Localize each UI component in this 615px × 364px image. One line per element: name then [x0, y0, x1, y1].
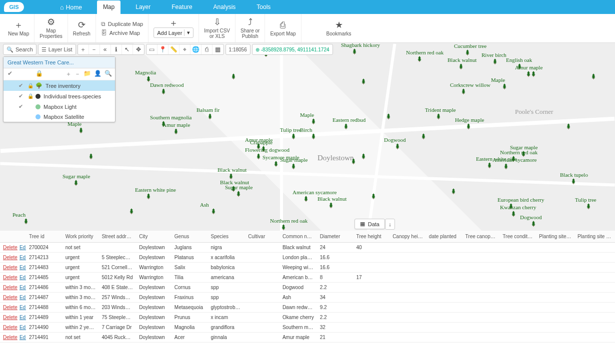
tree-marker[interactable]: [530, 220, 537, 228]
data-download-button[interactable]: ↓: [385, 219, 395, 230]
duplicate-map-button[interactable]: ⧉Duplicate Map: [101, 20, 143, 27]
pointer-tool-button[interactable]: ↖: [122, 44, 133, 54]
column-header[interactable]: Tree canopy conc: [462, 231, 500, 243]
table-row[interactable]: DeleteEdit2714483urgent521 Cornell DrWar…: [0, 263, 615, 273]
tree-marker[interactable]: [235, 190, 242, 198]
tree-marker[interactable]: [530, 70, 537, 78]
tree-marker[interactable]: [565, 123, 572, 131]
tree-marker[interactable]: [206, 113, 214, 121]
column-header[interactable]: Planting site sidewalk da: [574, 231, 615, 243]
tree-marker[interactable]: [510, 210, 517, 218]
edit-link[interactable]: Edit: [20, 305, 26, 310]
tree-marker[interactable]: [460, 88, 467, 96]
tree-marker[interactable]: [370, 193, 377, 201]
tree-marker[interactable]: [230, 73, 237, 81]
tree-marker[interactable]: [385, 113, 392, 121]
table-row[interactable]: DeleteEdit2714486within 3 months408 E St…: [0, 283, 615, 293]
tree-marker[interactable]: [590, 73, 597, 81]
tree-marker[interactable]: [272, 160, 280, 168]
tree-marker[interactable]: [458, 63, 464, 71]
table-row[interactable]: DeleteEdit2714490within 2 years7 Carriag…: [0, 323, 615, 333]
import-csv-button[interactable]: ⇩ Import CSV or XLS: [199, 14, 236, 42]
check-icon[interactable]: ✔: [18, 93, 24, 99]
tree-marker[interactable]: [290, 163, 297, 171]
lock-icon[interactable]: 🔒: [36, 70, 43, 78]
tree-marker[interactable]: [360, 153, 367, 161]
column-header[interactable]: Canopy height: [390, 231, 426, 243]
tree-marker[interactable]: [72, 179, 80, 187]
delete-link[interactable]: Delete: [3, 295, 18, 300]
tree-marker[interactable]: [172, 128, 180, 136]
delete-link[interactable]: Delete: [3, 325, 18, 330]
table-row[interactable]: DeleteEdit2714489within 1 year75 Steeple…: [0, 313, 615, 323]
column-header[interactable]: Cultivar: [245, 231, 280, 243]
column-header[interactable]: Diameter: [317, 231, 354, 243]
delete-link[interactable]: Delete: [3, 285, 18, 290]
add-layer-dropdown[interactable]: Add Layer▾: [154, 27, 194, 38]
tree-marker[interactable]: [78, 127, 84, 135]
zoom-to-layer-icon[interactable]: 🔍: [104, 70, 112, 78]
column-header[interactable]: date planted: [426, 231, 462, 243]
column-header[interactable]: Tree condition: [500, 231, 536, 243]
table-row[interactable]: DeleteEdit2714485urgent5012 Kelly RdWarr…: [0, 273, 615, 283]
layer-row[interactable]: Mapbox Satellite: [4, 112, 115, 122]
remove-layer-icon[interactable]: －: [74, 70, 80, 78]
pan-tool-button[interactable]: ✥: [133, 44, 144, 54]
tree-marker[interactable]: [435, 113, 442, 121]
tree-marker[interactable]: [255, 153, 262, 161]
layer-row[interactable]: ✔🔒Individual trees-species: [4, 91, 115, 101]
column-header[interactable]: Planting site pow: [536, 231, 574, 243]
nav-layer[interactable]: Layer: [130, 0, 156, 14]
table-row[interactable]: DeleteEdit2714487within 3 months257 Wind…: [0, 293, 615, 303]
tree-marker[interactable]: [486, 162, 493, 170]
layer-row[interactable]: ✔🔒🌳Tree inventory: [4, 80, 115, 91]
tree-marker[interactable]: [88, 153, 94, 161]
refresh-button[interactable]: ⟳ Refresh: [68, 14, 96, 42]
tree-marker[interactable]: [342, 123, 350, 131]
globe-button[interactable]: 🌐: [190, 44, 202, 54]
app-logo[interactable]: GIS: [4, 2, 24, 12]
column-header[interactable]: Work priority: [62, 231, 99, 243]
folder-icon[interactable]: 📁: [84, 70, 91, 78]
edit-link[interactable]: Edit: [20, 245, 26, 250]
delete-link[interactable]: Delete: [3, 305, 18, 310]
bookmarks-button[interactable]: ★ Bookmarks: [322, 14, 356, 42]
edit-link[interactable]: Edit: [20, 265, 26, 270]
column-header[interactable]: Tree height: [353, 231, 390, 243]
lock-icon[interactable]: 🔒: [28, 93, 32, 99]
layer-row[interactable]: ✔Mapbox Light: [4, 101, 115, 112]
tree-marker[interactable]: [465, 123, 472, 131]
user-icon[interactable]: 👤: [94, 70, 102, 78]
delete-link[interactable]: Delete: [3, 265, 18, 270]
tree-marker[interactable]: [350, 158, 357, 166]
layer-panel-title[interactable]: Great Western Tree Care...: [4, 57, 115, 68]
tree-marker[interactable]: [450, 188, 457, 196]
column-header[interactable]: Genus: [172, 231, 208, 243]
info-tool-button[interactable]: ℹ: [111, 44, 122, 54]
tree-marker[interactable]: [420, 133, 427, 141]
column-header[interactable]: Species: [208, 231, 246, 243]
delete-link[interactable]: Delete: [3, 335, 18, 340]
new-map-button[interactable]: ＋ New Map: [3, 14, 34, 42]
share-publish-button[interactable]: ⤴ Share or Publish: [236, 14, 265, 42]
data-panel-toggle[interactable]: ▦ Data: [354, 219, 385, 229]
tree-marker[interactable]: [160, 88, 167, 96]
tree-marker[interactable]: [210, 208, 217, 216]
tree-marker[interactable]: [502, 163, 510, 171]
print-button[interactable]: ⎙: [202, 44, 212, 54]
table-row[interactable]: DeleteEdit2714488within 6 months203 Wind…: [0, 303, 615, 313]
column-header[interactable]: Tree id: [26, 231, 62, 243]
tree-marker[interactable]: [22, 218, 30, 226]
column-header[interactable]: City: [136, 231, 172, 243]
measure-tool-button[interactable]: 📏: [168, 44, 180, 54]
tree-marker[interactable]: [570, 178, 577, 186]
tree-marker[interactable]: [290, 133, 297, 141]
column-header[interactable]: Common name: [280, 231, 317, 243]
tree-marker[interactable]: [328, 202, 334, 210]
delete-link[interactable]: Delete: [3, 245, 18, 250]
delete-link[interactable]: Delete: [3, 275, 18, 280]
map-properties-button[interactable]: ⚙ Map Properties: [34, 14, 68, 42]
tree-marker[interactable]: [492, 58, 498, 66]
nav-home[interactable]: Home: [54, 0, 88, 14]
tree-marker[interactable]: [416, 55, 423, 63]
